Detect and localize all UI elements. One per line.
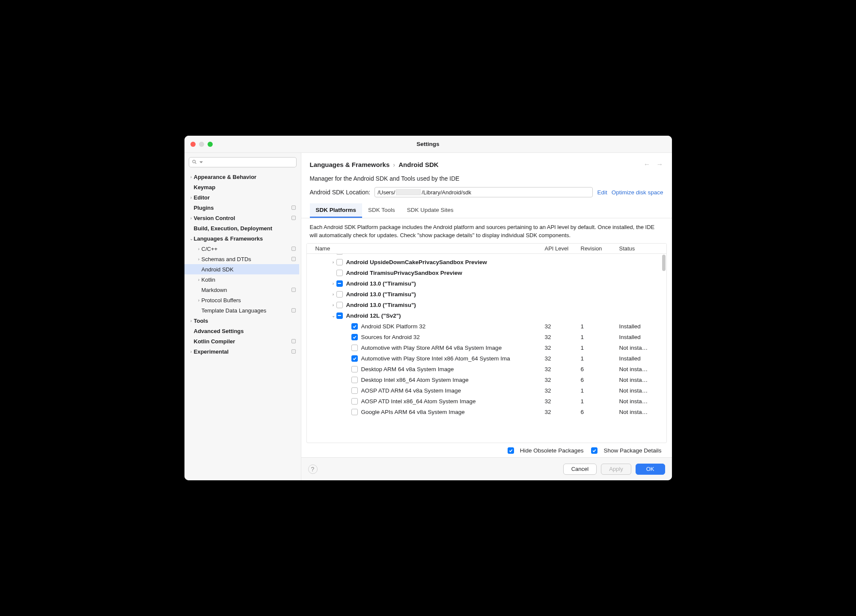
package-row[interactable]: ⌄Android 12L ("Sv2") bbox=[307, 310, 666, 321]
package-name: Android UpsideDownCakePrivacySandbox Pre… bbox=[346, 259, 487, 265]
chevron-down-icon[interactable] bbox=[199, 160, 204, 165]
package-row[interactable]: Sources for Android 32321Installed bbox=[307, 332, 666, 342]
checkbox-icon[interactable] bbox=[336, 270, 343, 276]
sidebar-item[interactable]: ›C/C++ bbox=[184, 244, 299, 254]
sidebar-item[interactable]: ›Experimental bbox=[184, 346, 299, 357]
chevron-right-icon: › bbox=[393, 161, 395, 168]
sidebar-item[interactable]: ›Protocol Buffers bbox=[184, 295, 299, 305]
checkbox-icon[interactable] bbox=[351, 366, 358, 372]
edit-link[interactable]: Edit bbox=[597, 189, 607, 196]
sdk-location-field[interactable]: /Users/ /Library/Android/sdk bbox=[374, 187, 593, 197]
sdk-location-row: Android SDK Location: /Users/ /Library/A… bbox=[310, 187, 663, 197]
optimize-link[interactable]: Optimize disk space bbox=[612, 189, 663, 196]
package-row[interactable]: AOSP ATD ARM 64 v8a System Image321Not i… bbox=[307, 385, 666, 396]
sidebar-item[interactable]: Template Data Languages bbox=[184, 305, 299, 315]
package-row[interactable]: Google APIs ARM 64 v8a System Image326No… bbox=[307, 407, 666, 417]
checkbox-icon[interactable] bbox=[336, 254, 343, 255]
sidebar-item-label: C/C++ bbox=[202, 246, 291, 252]
sidebar-item[interactable]: ›Version Control bbox=[184, 213, 299, 223]
sidebar-item[interactable]: ›Appearance & Behavior bbox=[184, 172, 299, 182]
chevron-right-icon[interactable]: › bbox=[330, 303, 336, 307]
checkbox-icon[interactable] bbox=[336, 312, 343, 319]
sidebar-item[interactable]: ›Tools bbox=[184, 315, 299, 326]
package-row[interactable]: ›Android 13.0 ("Tiramisu") bbox=[307, 300, 666, 310]
nav-forward-icon[interactable]: → bbox=[657, 161, 663, 168]
checkbox-icon[interactable] bbox=[591, 447, 597, 454]
cancel-button[interactable]: Cancel bbox=[563, 464, 597, 475]
checkbox-icon[interactable] bbox=[351, 355, 358, 362]
package-row[interactable]: AOSP ATD Intel x86_64 Atom System Image3… bbox=[307, 396, 666, 407]
col-name[interactable]: Name bbox=[307, 245, 545, 252]
package-row[interactable]: Android TiramisuPrivacySandbox Preview bbox=[307, 268, 666, 278]
package-row[interactable]: Automotive with Play Store Intel x86 Ato… bbox=[307, 353, 666, 364]
sidebar-item[interactable]: Build, Execution, Deployment bbox=[184, 223, 299, 233]
col-rev[interactable]: Revision bbox=[581, 245, 619, 252]
checkbox-icon[interactable] bbox=[351, 409, 358, 415]
checkbox-icon[interactable] bbox=[351, 334, 358, 340]
checkbox-icon[interactable] bbox=[351, 323, 358, 330]
chevron-right-icon[interactable]: › bbox=[330, 292, 336, 297]
checkbox-icon[interactable] bbox=[336, 280, 343, 287]
package-row[interactable]: ›Android 13.0 ("Tiramisu") bbox=[307, 278, 666, 289]
package-row[interactable]: Automotive with Play Store ARM 64 v8a Sy… bbox=[307, 342, 666, 353]
checkbox-icon[interactable] bbox=[351, 398, 358, 405]
sidebar-item[interactable]: Kotlin Compiler bbox=[184, 336, 299, 346]
show-details-option[interactable]: Show Package Details bbox=[591, 447, 661, 454]
package-rev: 1 bbox=[581, 323, 619, 330]
sidebar-item[interactable]: Markdown bbox=[184, 285, 299, 295]
package-api: 32 bbox=[545, 366, 581, 372]
package-row[interactable]: ›Android API 34 bbox=[307, 254, 666, 257]
checkbox-icon[interactable] bbox=[508, 447, 514, 454]
checkbox-icon[interactable] bbox=[351, 377, 358, 383]
tab[interactable]: SDK Platforms bbox=[310, 203, 363, 218]
chevron-right-icon[interactable]: › bbox=[330, 260, 336, 265]
package-name: Android SDK Platform 32 bbox=[361, 323, 426, 330]
package-name: Automotive with Play Store ARM 64 v8a Sy… bbox=[361, 345, 502, 351]
package-row[interactable]: Desktop Intel x86_64 Atom System Image32… bbox=[307, 375, 666, 385]
checkbox-icon[interactable] bbox=[336, 291, 343, 298]
package-status: Not insta… bbox=[619, 345, 666, 351]
sidebar-item[interactable]: Plugins bbox=[184, 202, 299, 213]
sidebar-item[interactable]: ›Editor bbox=[184, 192, 299, 202]
checkbox-icon[interactable] bbox=[336, 302, 343, 308]
package-row[interactable]: ›Android 13.0 ("Tiramisu") bbox=[307, 289, 666, 300]
search-input[interactable] bbox=[189, 157, 297, 167]
scrollbar-thumb[interactable] bbox=[662, 255, 666, 271]
sidebar-item[interactable]: ›Schemas and DTDs bbox=[184, 254, 299, 264]
settings-tree[interactable]: ›Appearance & BehaviorKeymap›EditorPlugi… bbox=[184, 170, 301, 358]
help-button[interactable]: ? bbox=[308, 464, 318, 474]
package-status: Not insta… bbox=[619, 377, 666, 383]
tab[interactable]: SDK Update Sites bbox=[401, 203, 460, 218]
checkbox-icon[interactable] bbox=[336, 259, 343, 265]
scope-indicator-icon bbox=[291, 288, 296, 292]
svg-point-0 bbox=[193, 160, 195, 163]
chevron-down-icon[interactable]: ⌄ bbox=[330, 313, 336, 318]
package-name: Android 13.0 ("Tiramisu") bbox=[346, 280, 416, 287]
col-stat[interactable]: Status bbox=[619, 245, 666, 252]
sidebar-item[interactable]: Android SDK bbox=[184, 264, 299, 274]
hide-obsolete-option[interactable]: Hide Obsolete Packages bbox=[508, 447, 584, 454]
sidebar-item[interactable]: Keymap bbox=[184, 182, 299, 192]
sidebar-item[interactable]: Advanced Settings bbox=[184, 326, 299, 336]
sidebar-item[interactable]: ⌄Languages & Frameworks bbox=[184, 233, 299, 244]
package-status: Not insta… bbox=[619, 398, 666, 405]
col-api[interactable]: API Level bbox=[545, 245, 581, 252]
close-icon[interactable] bbox=[190, 142, 196, 147]
chevron-right-icon[interactable]: › bbox=[330, 281, 336, 286]
checkbox-icon[interactable] bbox=[351, 345, 358, 351]
zoom-icon[interactable] bbox=[208, 142, 213, 147]
package-name: Android TiramisuPrivacySandbox Preview bbox=[346, 270, 462, 276]
sidebar-item[interactable]: ›Kotlin bbox=[184, 274, 299, 285]
package-name: Google APIs ARM 64 v8a System Image bbox=[361, 409, 465, 415]
nav-back-icon[interactable]: ← bbox=[644, 161, 651, 168]
chevron-right-icon: › bbox=[196, 277, 202, 282]
package-row[interactable]: Desktop ARM 64 v8a System Image326Not in… bbox=[307, 364, 666, 375]
checkbox-icon[interactable] bbox=[351, 387, 358, 394]
tab[interactable]: SDK Tools bbox=[362, 203, 401, 218]
scope-indicator-icon bbox=[291, 216, 296, 220]
window-traffic-lights bbox=[190, 142, 213, 147]
ok-button[interactable]: OK bbox=[636, 464, 665, 475]
package-row[interactable]: Android SDK Platform 32321Installed bbox=[307, 321, 666, 332]
table-body[interactable]: ›Android API 34›Android UpsideDownCakePr… bbox=[307, 254, 666, 443]
package-row[interactable]: ›Android UpsideDownCakePrivacySandbox Pr… bbox=[307, 257, 666, 268]
